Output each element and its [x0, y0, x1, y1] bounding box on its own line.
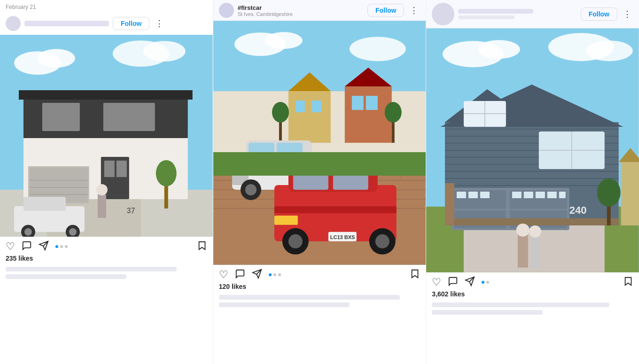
svg-marker-33	[199, 242, 205, 250]
dot-2	[60, 245, 63, 248]
share-icon-3	[465, 276, 475, 287]
post-column-1: February 21 Follow ⋮	[0, 0, 213, 364]
svg-marker-139	[625, 278, 631, 286]
caption-line-2	[6, 274, 126, 279]
share-icon-2	[252, 269, 262, 279]
svg-point-50	[272, 102, 289, 123]
post-header-1: Follow ⋮	[0, 12, 213, 35]
svg-rect-127	[445, 218, 619, 225]
svg-rect-121	[512, 192, 522, 198]
like-button-1[interactable]: ♡	[6, 241, 15, 252]
svg-rect-131	[530, 237, 540, 268]
svg-rect-26	[98, 194, 106, 218]
more-button-3[interactable]: ⋮	[621, 10, 633, 18]
svg-rect-9	[19, 90, 193, 100]
likes-count-2: 120 likes	[213, 283, 426, 293]
post-image-1: 37	[0, 35, 213, 237]
comment-button-2[interactable]	[235, 269, 245, 281]
svg-point-92	[586, 40, 633, 61]
more-button-2[interactable]: ⋮	[408, 6, 420, 15]
caption-line-2-1	[219, 295, 400, 300]
svg-point-37	[349, 37, 405, 61]
svg-rect-43	[288, 91, 331, 143]
caption-line-3-1	[432, 302, 609, 307]
dot-3-1-active	[482, 281, 484, 284]
share-button-3[interactable]	[465, 276, 475, 288]
svg-rect-11	[103, 103, 155, 131]
svg-rect-42	[366, 96, 377, 110]
svg-point-130	[516, 224, 530, 237]
post-header-3-top: Follow ⋮	[426, 0, 639, 28]
house2-svg: 240	[426, 28, 639, 272]
avatar-1	[6, 16, 21, 31]
svg-marker-87	[412, 270, 418, 278]
username-placeholder-1	[24, 21, 109, 26]
svg-rect-125	[559, 192, 566, 198]
svg-text:240: 240	[569, 204, 587, 216]
svg-point-48	[384, 102, 401, 123]
dot-1-active	[55, 245, 58, 248]
comment-button-3[interactable]	[448, 276, 458, 288]
likes-count-3: 3,602 likes	[426, 290, 639, 301]
dot-3-2	[486, 281, 489, 284]
svg-point-77	[288, 234, 303, 248]
follow-button-1[interactable]: Follow	[113, 17, 149, 30]
sublabel-placeholder-3	[458, 15, 514, 19]
save-button-2[interactable]	[410, 269, 420, 281]
save-button-3[interactable]	[623, 276, 633, 288]
comment-button-1[interactable]	[22, 240, 32, 253]
svg-rect-39	[344, 86, 391, 143]
user-info-2-top: #firstcar St Ives, Cambridgeshire	[238, 4, 364, 17]
feed-container: February 21 Follow ⋮	[0, 0, 639, 364]
svg-rect-19	[117, 161, 127, 177]
svg-point-67	[245, 184, 257, 195]
follow-button-3[interactable]: Follow	[581, 8, 617, 21]
svg-point-2	[38, 49, 75, 68]
share-icon-1	[39, 240, 49, 251]
username-2-top: #firstcar	[238, 4, 364, 11]
svg-rect-120	[480, 192, 490, 198]
svg-point-27	[96, 184, 108, 195]
post-header-2-top: #firstcar St Ives, Cambridgeshire Follow…	[213, 0, 426, 21]
post-actions-2: ♡	[213, 265, 426, 283]
svg-point-90	[478, 40, 520, 59]
svg-rect-128	[445, 183, 454, 225]
svg-rect-18	[104, 161, 115, 177]
svg-rect-46	[312, 101, 321, 112]
svg-rect-10	[42, 103, 80, 131]
like-button-2[interactable]: ♡	[219, 270, 228, 280]
top-partial-2: #firstcar St Ives, Cambridgeshire Follow…	[213, 0, 426, 21]
like-button-3[interactable]: ♡	[432, 277, 441, 287]
svg-point-30	[156, 160, 177, 186]
follow-button-2[interactable]: Follow	[367, 4, 404, 17]
date-label: February 21	[0, 0, 213, 12]
caption-line-2-2	[219, 302, 350, 307]
likes-count-1: 235 likes	[0, 255, 213, 265]
post-image-3: 240	[426, 28, 639, 272]
share-button-2[interactable]	[252, 269, 262, 281]
dot-2-1-active	[269, 273, 272, 276]
cars-svg: LC13 BXS	[213, 21, 426, 265]
more-button-1[interactable]: ⋮	[153, 19, 165, 28]
share-button-1[interactable]	[39, 240, 49, 253]
post-actions-1: ♡	[0, 237, 213, 255]
svg-text:37: 37	[127, 207, 135, 215]
bookmark-icon-1	[197, 240, 207, 251]
svg-rect-81	[274, 206, 397, 213]
caption-line-3-2	[432, 310, 543, 315]
bookmark-icon-2	[410, 269, 420, 279]
carousel-dots-3	[482, 281, 489, 284]
post-image-2: LC13 BXS	[213, 21, 426, 265]
svg-rect-45	[296, 101, 305, 112]
comment-icon-2	[235, 269, 245, 279]
post-column-3: Follow ⋮	[426, 0, 639, 364]
caption-line-1	[6, 267, 177, 271]
svg-rect-21	[23, 197, 66, 211]
comment-icon-3	[448, 276, 458, 287]
dot-3	[65, 245, 68, 248]
svg-rect-119	[468, 192, 478, 198]
user-info-3-top	[458, 9, 577, 19]
dot-2-3	[278, 273, 281, 276]
save-button-1[interactable]	[197, 240, 207, 253]
svg-point-23	[24, 228, 32, 236]
